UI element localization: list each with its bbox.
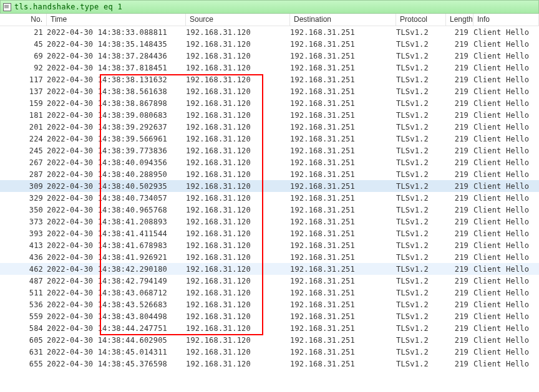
packet-row[interactable]: 3732022-04-30 14:38:41.208893192.168.31.…: [0, 216, 539, 227]
cell-info: Client Hello: [473, 99, 539, 108]
packet-row[interactable]: 1372022-04-30 14:38:38.561638192.168.31.…: [0, 85, 539, 97]
cell-info: Client Hello: [473, 111, 539, 120]
packet-row[interactable]: 3092022-04-30 14:38:40.502935192.168.31.…: [0, 180, 539, 192]
cell-no: 224: [0, 135, 47, 143]
cell-destination: 192.168.31.251: [290, 265, 396, 274]
column-header-length[interactable]: Length: [446, 14, 473, 26]
packet-row[interactable]: 4362022-04-30 14:38:41.926921192.168.31.…: [0, 251, 539, 263]
cell-source: 192.168.31.120: [186, 170, 290, 179]
cell-source: 192.168.31.120: [186, 64, 290, 72]
cell-no: 92: [0, 64, 47, 72]
packet-row[interactable]: 5842022-04-30 14:38:44.247751192.168.31.…: [0, 322, 539, 334]
packet-row[interactable]: 1812022-04-30 14:38:39.080683192.168.31.…: [0, 109, 539, 121]
packet-list[interactable]: 212022-04-30 14:38:33.088811192.168.31.1…: [0, 26, 539, 370]
cell-info: Client Hello: [473, 218, 539, 226]
cell-time: 2022-04-30 14:38:37.818451: [47, 64, 186, 72]
packet-row[interactable]: 5592022-04-30 14:38:43.804498192.168.31.…: [0, 310, 539, 322]
packet-row[interactable]: 692022-04-30 14:38:37.284436192.168.31.1…: [0, 50, 539, 62]
packet-row[interactable]: 4622022-04-30 14:38:42.290180192.168.31.…: [0, 263, 539, 275]
packet-row[interactable]: 2672022-04-30 14:38:40.094356192.168.31.…: [0, 156, 539, 168]
cell-length: 219: [446, 265, 473, 274]
cell-time: 2022-04-30 14:38:40.502935: [47, 182, 186, 191]
cell-protocol: TLSv1.2: [396, 135, 446, 143]
cell-no: 462: [0, 265, 47, 274]
display-filter-bar[interactable]: tls.handshake.type eq 1: [0, 0, 539, 14]
cell-time: 2022-04-30 14:38:41.678983: [47, 241, 186, 250]
column-header-protocol[interactable]: Protocol: [396, 14, 446, 26]
cell-destination: 192.168.31.251: [290, 52, 396, 60]
cell-no: 267: [0, 158, 47, 167]
cell-protocol: TLSv1.2: [396, 40, 446, 49]
packet-row[interactable]: 5112022-04-30 14:38:43.068712192.168.31.…: [0, 287, 539, 299]
cell-destination: 192.168.31.251: [290, 123, 396, 131]
packet-row[interactable]: 2452022-04-30 14:38:39.773836192.168.31.…: [0, 145, 539, 156]
cell-destination: 192.168.31.251: [290, 253, 396, 262]
cell-no: 584: [0, 324, 47, 333]
cell-destination: 192.168.31.251: [290, 218, 396, 226]
cell-no: 350: [0, 206, 47, 214]
cell-info: Client Hello: [473, 75, 539, 84]
packet-row[interactable]: 3292022-04-30 14:38:40.734057192.168.31.…: [0, 192, 539, 204]
cell-protocol: TLSv1.2: [396, 123, 446, 131]
cell-info: Client Hello: [473, 289, 539, 297]
packet-row[interactable]: 1172022-04-30 14:38:38.131632192.168.31.…: [0, 74, 539, 85]
cell-length: 219: [446, 312, 473, 321]
cell-length: 219: [446, 52, 473, 60]
cell-no: 45: [0, 40, 47, 49]
column-header-time[interactable]: Time: [47, 14, 186, 26]
cell-source: 192.168.31.120: [186, 277, 290, 285]
packet-row[interactable]: 6552022-04-30 14:38:45.376598192.168.31.…: [0, 358, 539, 370]
display-filter-text[interactable]: tls.handshake.type eq 1: [14, 2, 122, 11]
packet-row[interactable]: 5362022-04-30 14:38:43.526683192.168.31.…: [0, 299, 539, 310]
packet-row[interactable]: 922022-04-30 14:38:37.818451192.168.31.1…: [0, 62, 539, 74]
cell-length: 219: [446, 64, 473, 72]
cell-length: 219: [446, 182, 473, 191]
cell-time: 2022-04-30 14:38:38.131632: [47, 75, 186, 84]
cell-info: Client Hello: [473, 360, 539, 368]
packet-row[interactable]: 3932022-04-30 14:38:41.411544192.168.31.…: [0, 227, 539, 239]
column-header-no[interactable]: No.: [0, 14, 47, 26]
cell-source: 192.168.31.120: [186, 312, 290, 321]
cell-length: 219: [446, 170, 473, 179]
packet-row[interactable]: 2872022-04-30 14:38:40.288950192.168.31.…: [0, 168, 539, 180]
cell-source: 192.168.31.120: [186, 52, 290, 60]
cell-destination: 192.168.31.251: [290, 206, 396, 214]
packet-row[interactable]: 6052022-04-30 14:38:44.602905192.168.31.…: [0, 334, 539, 346]
cell-info: Client Hello: [473, 206, 539, 214]
cell-protocol: TLSv1.2: [396, 28, 446, 37]
packet-row[interactable]: 4132022-04-30 14:38:41.678983192.168.31.…: [0, 239, 539, 251]
cell-time: 2022-04-30 14:38:43.526683: [47, 300, 186, 309]
packet-row[interactable]: 2242022-04-30 14:38:39.566961192.168.31.…: [0, 133, 539, 145]
cell-time: 2022-04-30 14:38:39.080683: [47, 111, 186, 120]
cell-length: 219: [446, 360, 473, 368]
cell-length: 219: [446, 218, 473, 226]
cell-no: 631: [0, 348, 47, 356]
column-header-info[interactable]: Info: [473, 14, 539, 26]
packet-row[interactable]: 4872022-04-30 14:38:42.794149192.168.31.…: [0, 275, 539, 287]
cell-time: 2022-04-30 14:38:39.773836: [47, 146, 186, 155]
cell-no: 413: [0, 241, 47, 250]
packet-row[interactable]: 452022-04-30 14:38:35.148435192.168.31.1…: [0, 38, 539, 50]
packet-row[interactable]: 3502022-04-30 14:38:40.965768192.168.31.…: [0, 204, 539, 216]
cell-destination: 192.168.31.251: [290, 64, 396, 72]
cell-time: 2022-04-30 14:38:43.804498: [47, 312, 186, 321]
cell-length: 219: [446, 206, 473, 214]
column-header-source[interactable]: Source: [186, 14, 290, 26]
packet-row[interactable]: 1592022-04-30 14:38:38.867898192.168.31.…: [0, 97, 539, 109]
column-header-destination[interactable]: Destination: [290, 14, 396, 26]
bookmark-icon[interactable]: [3, 3, 11, 11]
cell-source: 192.168.31.120: [186, 158, 290, 167]
cell-length: 219: [446, 28, 473, 37]
packet-row[interactable]: 212022-04-30 14:38:33.088811192.168.31.1…: [0, 26, 539, 38]
packet-row[interactable]: 6312022-04-30 14:38:45.014311192.168.31.…: [0, 346, 539, 358]
cell-destination: 192.168.31.251: [290, 300, 396, 309]
cell-protocol: TLSv1.2: [396, 206, 446, 214]
packet-row[interactable]: 2012022-04-30 14:38:39.292637192.168.31.…: [0, 121, 539, 133]
cell-protocol: TLSv1.2: [396, 87, 446, 96]
cell-info: Client Hello: [473, 64, 539, 72]
cell-destination: 192.168.31.251: [290, 87, 396, 96]
cell-no: 436: [0, 253, 47, 262]
cell-time: 2022-04-30 14:38:37.284436: [47, 52, 186, 60]
cell-destination: 192.168.31.251: [290, 241, 396, 250]
cell-no: 655: [0, 360, 47, 368]
